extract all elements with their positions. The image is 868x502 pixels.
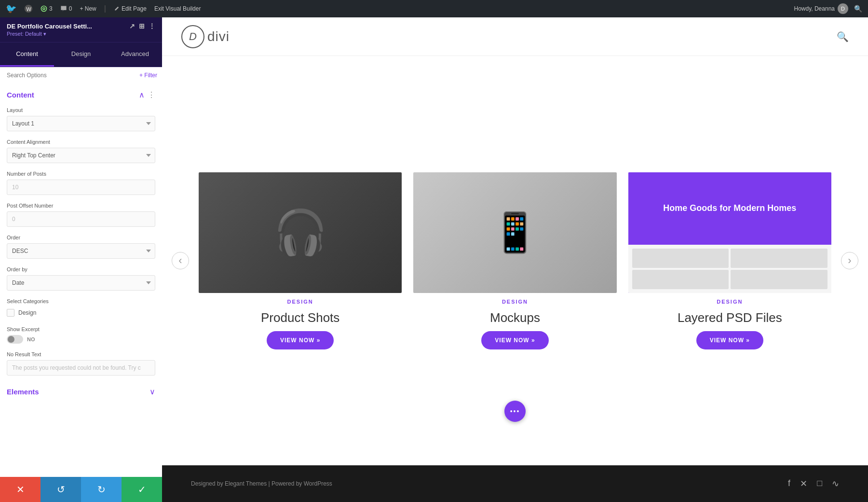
card-category-2: DESIGN [717, 299, 743, 305]
field-number-of-posts: Number of Posts [0, 168, 162, 200]
sidebar-header: DE Portfolio Carousel Setti... ↗ ⊞ ⋮ Pre… [0, 17, 162, 42]
carousel-wrap: ‹ 🎧 DESIGN Product Shots VIEW NOW » [162, 56, 868, 465]
field-layout: Layout Layout 1 [0, 104, 162, 136]
admin-bar-divi-link[interactable]: W [24, 4, 33, 13]
card-button-2[interactable]: VIEW NOW » [696, 331, 763, 349]
no-result-text-label: No Result Text [7, 351, 155, 357]
elements-collapse-icon[interactable]: ∨ [149, 387, 155, 396]
page-preview: D divi 🔍 ‹ 🎧 D [162, 17, 868, 502]
tab-content[interactable]: Content [0, 42, 54, 67]
search-options-input[interactable] [5, 71, 136, 80]
wp-logo-icon[interactable]: 🐦 [6, 3, 16, 14]
content-alignment-label: Content Alignment [7, 139, 155, 145]
main-area: DE Portfolio Carousel Setti... ↗ ⊞ ⋮ Pre… [0, 17, 868, 502]
sidebar-grid-icon[interactable]: ⊞ [139, 22, 145, 30]
site-search-icon[interactable]: 🔍 [837, 31, 849, 42]
layout-select[interactable]: Layout 1 [7, 116, 155, 131]
save-button[interactable]: ✓ [122, 477, 162, 502]
field-content-alignment: Content Alignment Right Top Center [0, 136, 162, 168]
cancel-button[interactable]: ✕ [0, 477, 41, 502]
elements-section-header: Elements ∨ [0, 380, 162, 401]
logo-text: divi [207, 29, 230, 44]
order-by-label: Order by [7, 266, 155, 272]
layout-label: Layout [7, 107, 155, 113]
undo-button[interactable]: ↺ [41, 477, 81, 502]
show-excerpt-toggle[interactable] [7, 335, 23, 344]
social-rss-icon[interactable]: ∿ [832, 478, 839, 489]
content-section-header: Content ∧ ⋮ [0, 84, 162, 104]
card-category-1: DESIGN [502, 299, 528, 305]
carousel-card-1: 📱 DESIGN Mockups VIEW NOW » [413, 172, 616, 349]
admin-bar-edit-page[interactable]: Edit Page [114, 5, 147, 12]
site-footer: Designed by Elegant Themes | Powered by … [162, 465, 868, 502]
carousel-card-0: 🎧 DESIGN Product Shots VIEW NOW » [199, 172, 402, 349]
howdy-text: Howdy, Deanna D [794, 3, 849, 14]
social-x-icon[interactable]: ✕ [800, 478, 807, 489]
wp-admin-bar: 🐦 W 3 0 + New | Edit Page Exit Visual Bu… [0, 0, 868, 17]
sidebar: DE Portfolio Carousel Setti... ↗ ⊞ ⋮ Pre… [0, 17, 162, 502]
order-by-select[interactable]: Date [7, 275, 155, 291]
site-logo: D divi [181, 25, 230, 48]
field-order: Order DESC ASC [0, 232, 162, 264]
number-of-posts-label: Number of Posts [7, 171, 155, 177]
section-title-elements: Elements [7, 388, 147, 396]
admin-bar-right: Howdy, Deanna D 🔍 [794, 3, 863, 14]
content-alignment-select[interactable]: Right Top Center [7, 148, 155, 163]
card-image-0: 🎧 [199, 172, 402, 293]
filter-button[interactable]: + Filter [139, 72, 157, 79]
toggle-label-no: NO [27, 336, 35, 342]
card-title-0: Product Shots [261, 310, 339, 325]
carousel-section: ‹ 🎧 DESIGN Product Shots VIEW NOW » [162, 56, 868, 502]
redo-button[interactable]: ↻ [81, 477, 122, 502]
card-image-1: 📱 [413, 172, 616, 293]
fab-button[interactable]: ••• [504, 401, 526, 422]
carousel-card-2: Home Goods for Modern Homes DESIG [628, 172, 831, 349]
show-excerpt-label: Show Excerpt [7, 326, 155, 332]
card-title-1: Mockups [490, 310, 540, 325]
section-options-icon[interactable]: ⋮ [148, 90, 155, 99]
svg-text:W: W [27, 6, 32, 12]
card-image-2: Home Goods for Modern Homes [628, 172, 831, 293]
admin-bar-exit-builder[interactable]: Exit Visual Builder [154, 5, 201, 12]
footer-social: f ✕ □ ∿ [788, 478, 839, 489]
number-of-posts-input[interactable] [7, 180, 155, 195]
social-facebook-icon[interactable]: f [788, 478, 790, 489]
field-select-categories: Select Categories Design [0, 295, 162, 323]
post-offset-input[interactable] [7, 211, 155, 227]
card-button-1[interactable]: VIEW NOW » [481, 331, 548, 349]
svg-point-2 [41, 6, 46, 11]
admin-search-icon[interactable]: 🔍 [854, 5, 862, 13]
sidebar-external-icon[interactable]: ↗ [129, 22, 135, 30]
order-select[interactable]: DESC ASC [7, 243, 155, 259]
sidebar-footer: ✕ ↺ ↻ ✓ [0, 477, 162, 502]
card-category-0: DESIGN [287, 299, 313, 305]
tab-advanced[interactable]: Advanced [108, 42, 162, 67]
show-excerpt-toggle-row: NO [7, 335, 155, 344]
admin-bar-wp-visit[interactable]: 3 [41, 5, 53, 12]
admin-bar-comments[interactable]: 0 [60, 5, 72, 12]
no-result-text-input[interactable] [7, 360, 155, 376]
field-order-by: Order by Date [0, 264, 162, 295]
card-button-0[interactable]: VIEW NOW » [267, 331, 334, 349]
toggle-knob [8, 336, 14, 343]
carousel-arrow-right[interactable]: › [841, 252, 858, 269]
sidebar-dots-icon[interactable]: ⋮ [149, 22, 155, 30]
search-options-bar: + Filter [0, 67, 162, 84]
sidebar-title-row: DE Portfolio Carousel Setti... ↗ ⊞ ⋮ [7, 22, 155, 30]
footer-credit: Designed by Elegant Themes | Powered by … [191, 480, 332, 487]
tab-design[interactable]: Design [54, 42, 108, 67]
field-show-excerpt: Show Excerpt NO [0, 323, 162, 349]
sidebar-content-area: Content ∧ ⋮ Layout Layout 1 Content Alig… [0, 84, 162, 477]
section-collapse-icon[interactable]: ∧ [139, 90, 145, 99]
category-design-label: Design [18, 309, 36, 316]
carousel-arrow-left[interactable]: ‹ [172, 252, 189, 269]
social-instagram-icon[interactable]: □ [817, 478, 822, 489]
sidebar-preset[interactable]: Preset: Default ▾ [7, 31, 155, 37]
order-label: Order [7, 235, 155, 240]
sidebar-title-icons: ↗ ⊞ ⋮ [129, 22, 155, 30]
carousel-items: 🎧 DESIGN Product Shots VIEW NOW » 📱 DESI… [189, 172, 841, 349]
admin-bar-new[interactable]: + New [80, 5, 96, 12]
category-design-checkbox[interactable] [7, 309, 14, 317]
section-title-content: Content [7, 91, 136, 99]
field-post-offset: Post Offset Number [0, 200, 162, 232]
